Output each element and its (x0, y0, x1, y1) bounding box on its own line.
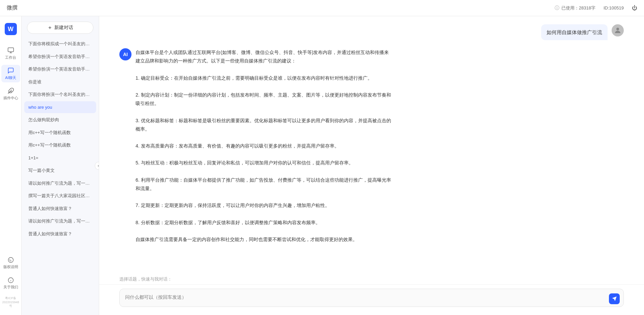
list-item[interactable]: 你是谁 (24, 76, 96, 88)
list-item[interactable]: 1+1= (24, 152, 96, 164)
list-item[interactable]: 普通人如何快速致富？ (24, 203, 96, 215)
list-item-active[interactable]: who are you (24, 101, 96, 113)
usage-text: 已使用：28318字 (561, 5, 595, 11)
copyright-label: 版权说明 (3, 264, 18, 269)
chat-input[interactable] (119, 289, 624, 307)
list-item[interactable]: 用c++写一个随机函数 (24, 139, 96, 151)
history-sidebar: 新建对话 下面你将模拟成一个叫圣友的程序员，我说... 希望你扮演一个英语发音助… (22, 16, 99, 315)
user-avatar-icon (614, 26, 622, 34)
usage-icon: ⓘ (555, 5, 559, 11)
topbar-usage: ⓘ 已使用：28318字 (555, 5, 595, 11)
input-area (99, 284, 644, 315)
list-item[interactable]: 希望你扮演一个英语发音助手，我提供给你... (24, 51, 96, 63)
message-row-user: 如何用自媒体做推广引流 (119, 24, 624, 40)
plugin-label: 插件中心 (3, 96, 18, 101)
topbar-right: ⓘ 已使用：28318字 ID:100519 ⏻ (555, 5, 637, 11)
svg-rect-0 (8, 48, 13, 52)
info-icon (8, 277, 14, 283)
history-list: 下面你将模拟成一个叫圣友的程序员，我说... 希望你扮演一个英语发音助手，我提供… (22, 38, 99, 315)
ai-message: 自媒体平台是个人或团队通过互联网平台(如博客、微博、微信公众号、抖音、快手等)发… (136, 48, 392, 244)
svg-point-5 (8, 257, 13, 262)
list-item[interactable]: 下面你将扮演一个名叫圣友的医生 (24, 88, 96, 101)
list-item[interactable]: 用c++写一个随机函数 (24, 127, 96, 139)
icon-sidebar: W 工作台 AI聊天 插件中心 版权说明 (0, 16, 22, 315)
copyright-icon (8, 257, 14, 263)
topbar-title: 微撰 (7, 4, 555, 11)
logout-button[interactable]: ⏻ (632, 5, 637, 11)
input-wrapper (119, 289, 624, 308)
chat-area: 如何用自媒体做推广引流 AI 自媒体平台是个人或团队通过互联网平台(如博客、微博… (99, 16, 644, 315)
send-icon (612, 296, 617, 301)
quick-topics: 选择话题，快速与我对话： (99, 272, 644, 284)
user-avatar (612, 24, 624, 36)
chat-messages: 如何用自媒体做推广引流 AI 自媒体平台是个人或团队通过互联网平台(如博客、微博… (99, 16, 644, 272)
plugin-icon (7, 87, 14, 94)
list-item[interactable]: 希望你扮演一个英语发音助手，我提供给你... (24, 63, 96, 75)
svg-point-11 (616, 28, 619, 30)
sidebar-item-copyright[interactable]: 版权说明 (1, 254, 20, 272)
list-item[interactable]: 普通人如何快速致富？ (24, 228, 96, 240)
sidebar-item-about[interactable]: 关于我们 (1, 274, 20, 292)
logo-area: W (5, 23, 17, 35)
sidebar-item-ai-chat[interactable]: AI聊天 (1, 65, 20, 82)
list-item[interactable]: 写一篇小黄文 (24, 164, 96, 177)
chat-icon (7, 67, 14, 74)
message-row-ai: AI 自媒体平台是个人或团队通过互联网平台(如博客、微博、微信公众号、抖音、快手… (119, 48, 624, 244)
workbench-label: 工作台 (5, 55, 16, 60)
icon-nav-bottom: 版权说明 关于我们 粤ICP备2022015948号 (0, 254, 21, 310)
topbar: 微撰 ⓘ 已使用：28318字 ID:100519 ⏻ (0, 0, 644, 16)
list-item[interactable]: 撰写一篇关于八大家花园社区一刻钟便民生... (24, 190, 96, 202)
list-item[interactable]: 请以如何推广引流为题，写一篇大纲 (24, 215, 96, 227)
ai-chat-label: AI聊天 (5, 75, 16, 80)
send-button[interactable] (609, 293, 620, 304)
list-item[interactable]: 怎么做狗屁炒肉 (24, 114, 96, 126)
plus-icon (48, 25, 52, 30)
list-item[interactable]: 请以如何推广引流为题，写一篇大纲 (24, 177, 96, 189)
icp-text: 粤ICP备2022015948号 (0, 295, 21, 310)
main-layout: W 工作台 AI聊天 插件中心 版权说明 (0, 16, 644, 315)
sidebar-item-plugin[interactable]: 插件中心 (1, 85, 20, 103)
about-label: 关于我们 (3, 285, 18, 290)
user-id: ID:100519 (604, 5, 624, 10)
logo: W (5, 23, 17, 35)
sidebar-item-workbench[interactable]: 工作台 (1, 45, 20, 62)
new-chat-button[interactable]: 新建对话 (27, 22, 93, 34)
ai-avatar: AI (119, 48, 131, 60)
monitor-icon (7, 47, 14, 54)
list-item[interactable]: 下面你将模拟成一个叫圣友的程序员，我说... (24, 38, 96, 50)
user-message: 如何用自媒体做推广引流 (541, 24, 608, 40)
